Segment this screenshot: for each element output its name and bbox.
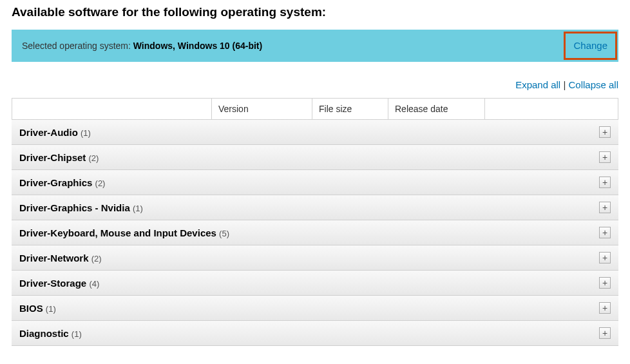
- plus-icon[interactable]: +: [599, 202, 611, 213]
- category-count: (1): [46, 304, 56, 314]
- category-label: Driver-Network (2): [19, 253, 102, 263]
- control-divider: |: [560, 79, 568, 90]
- category-label: Driver-Chipset (2): [19, 152, 99, 163]
- table-header: Version File size Release date: [12, 98, 618, 120]
- category-name: Driver-Graphics: [19, 177, 92, 188]
- category-name: Driver-Network: [19, 253, 89, 263]
- th-spacer: [485, 99, 618, 119]
- collapse-all-link[interactable]: Collapse all: [568, 79, 618, 90]
- category-count: (4): [89, 279, 99, 289]
- category-label: Driver-Graphics - Nvidia (1): [19, 202, 143, 213]
- category-row[interactable]: Driver-Graphics (2)+: [12, 170, 618, 195]
- plus-icon[interactable]: +: [599, 252, 611, 263]
- plus-icon[interactable]: +: [599, 277, 611, 289]
- category-count: (2): [89, 153, 99, 163]
- th-name: [12, 99, 212, 119]
- category-label: Driver-Storage (4): [19, 278, 99, 289]
- category-name: Driver-Keyboard, Mouse and Input Devices: [19, 227, 216, 238]
- category-list: Driver-Audio (1)+Driver-Chipset (2)+Driv…: [12, 120, 618, 346]
- plus-icon[interactable]: +: [599, 151, 611, 163]
- os-label: Selected operating system:: [22, 41, 133, 51]
- os-value: Windows, Windows 10 (64-bit): [133, 41, 262, 51]
- category-name: Driver-Storage: [19, 278, 86, 289]
- os-text: Selected operating system: Windows, Wind…: [22, 41, 262, 51]
- category-count: (1): [133, 204, 143, 213]
- category-name: Driver-Chipset: [19, 152, 86, 163]
- category-name: Driver-Graphics - Nvidia: [19, 202, 130, 213]
- category-label: Driver-Keyboard, Mouse and Input Devices…: [19, 227, 229, 238]
- category-count: (1): [72, 329, 82, 339]
- category-row[interactable]: Driver-Graphics - Nvidia (1)+: [12, 195, 618, 220]
- os-banner: Selected operating system: Windows, Wind…: [12, 30, 618, 62]
- change-button[interactable]: Change: [573, 40, 607, 51]
- change-button-highlight: Change: [564, 32, 617, 60]
- category-row[interactable]: Driver-Network (2)+: [12, 245, 618, 271]
- category-row[interactable]: Driver-Storage (4)+: [12, 271, 618, 296]
- category-count: (2): [91, 254, 102, 263]
- category-name: BIOS: [19, 303, 43, 314]
- category-row[interactable]: Diagnostic (1)+: [12, 321, 618, 346]
- plus-icon[interactable]: +: [599, 302, 611, 314]
- page-title: Available software for the following ope…: [12, 5, 618, 19]
- plus-icon[interactable]: +: [599, 327, 611, 339]
- category-name: Diagnostic: [19, 328, 69, 339]
- category-count: (1): [81, 128, 91, 138]
- category-row[interactable]: Driver-Keyboard, Mouse and Input Devices…: [12, 220, 618, 245]
- plus-icon[interactable]: +: [599, 126, 611, 138]
- category-row[interactable]: Driver-Chipset (2)+: [12, 145, 618, 170]
- category-label: Driver-Audio (1): [19, 127, 91, 138]
- category-label: Diagnostic (1): [19, 328, 82, 339]
- category-count: (2): [95, 178, 106, 188]
- expand-controls: Expand all | Collapse all: [12, 79, 618, 90]
- plus-icon[interactable]: +: [599, 227, 611, 238]
- category-row[interactable]: Driver-Audio (1)+: [12, 120, 618, 145]
- th-version: Version: [212, 99, 312, 119]
- category-name: Driver-Audio: [19, 127, 78, 138]
- expand-all-link[interactable]: Expand all: [515, 79, 560, 90]
- th-release: Release date: [388, 99, 485, 119]
- plus-icon[interactable]: +: [599, 177, 611, 188]
- category-label: Driver-Graphics (2): [19, 177, 105, 188]
- category-label: BIOS (1): [19, 303, 56, 314]
- category-row[interactable]: BIOS (1)+: [12, 296, 618, 321]
- th-filesize: File size: [312, 99, 388, 119]
- category-count: (5): [219, 229, 229, 238]
